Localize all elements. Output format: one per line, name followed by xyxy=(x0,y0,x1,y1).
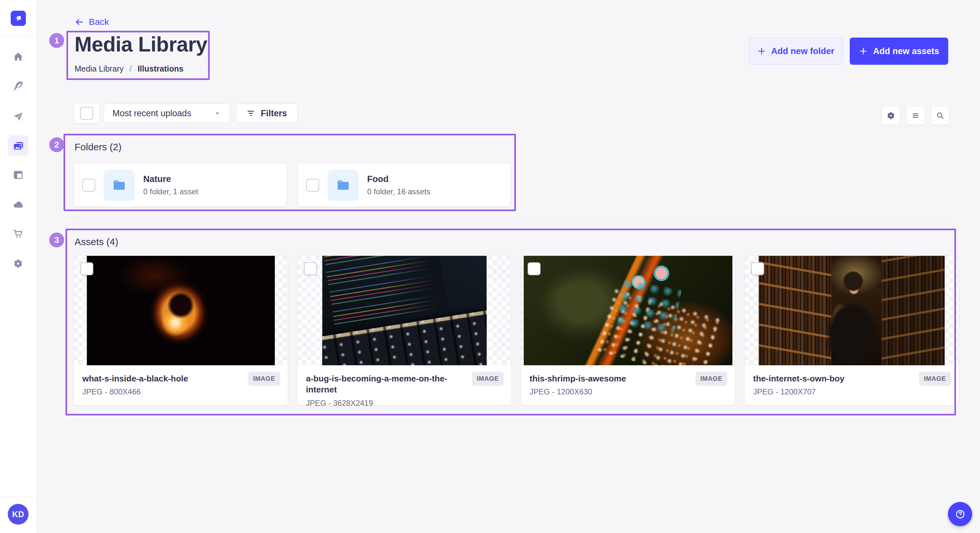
paper-plane-icon xyxy=(12,111,24,122)
annotation-marker-3: 3 xyxy=(49,233,64,247)
search-button[interactable] xyxy=(931,106,950,125)
sidebar-item-home[interactable] xyxy=(8,47,29,67)
cart-icon xyxy=(12,228,24,240)
strapi-logo[interactable] xyxy=(11,11,26,26)
asset-type-badge: IMAGE xyxy=(472,372,504,385)
asset-card[interactable]: what-s-inside-a-black-hole JPEG - 800X46… xyxy=(74,256,288,405)
sidebar-item-media-library[interactable] xyxy=(8,135,29,156)
asset-checkbox[interactable] xyxy=(751,262,764,275)
folder-meta: 0 folder, 16 assets xyxy=(367,187,430,196)
asset-checkbox[interactable] xyxy=(80,262,93,275)
gear-icon xyxy=(886,111,896,121)
asset-card[interactable]: the-internet-s-own-boy JPEG - 1200X707 I… xyxy=(745,256,959,405)
folder-icon-tile xyxy=(328,170,359,201)
asset-thumbnail[interactable] xyxy=(745,256,959,365)
plus-icon xyxy=(859,47,868,56)
gear-icon xyxy=(12,258,24,270)
asset-thumbnail[interactable] xyxy=(74,256,288,365)
add-new-folder-label: Add new folder xyxy=(771,46,835,56)
folder-card-food[interactable]: Food 0 folder, 16 assets xyxy=(298,163,511,206)
search-icon xyxy=(935,111,945,121)
asset-thumbnail[interactable] xyxy=(298,256,511,365)
select-all-container xyxy=(74,104,99,123)
back-label: Back xyxy=(89,17,109,27)
asset-type-badge: IMAGE xyxy=(919,372,951,385)
thumbnail-art xyxy=(87,256,275,365)
avatar-initials: KD xyxy=(12,510,24,519)
asset-card[interactable]: a-bug-is-becoming-a-meme-on-the-internet… xyxy=(298,256,511,405)
add-new-assets-button[interactable]: Add new assets xyxy=(850,38,948,65)
select-all-checkbox[interactable] xyxy=(80,107,93,120)
asset-footer: the-internet-s-own-boy JPEG - 1200X707 I… xyxy=(745,365,959,397)
asset-type-badge: IMAGE xyxy=(695,372,727,385)
page-title: Media Library xyxy=(75,32,207,56)
breadcrumb-separator: / xyxy=(129,64,132,73)
breadcrumb: Media Library / Illustrations xyxy=(75,64,183,73)
arrow-left-icon xyxy=(75,17,84,27)
asset-footer: a-bug-is-becoming-a-meme-on-the-internet… xyxy=(298,365,511,408)
help-button[interactable] xyxy=(948,502,972,526)
chevron-down-icon xyxy=(213,109,221,117)
asset-type-badge: IMAGE xyxy=(248,372,280,385)
asset-meta: JPEG - 800X466 xyxy=(82,387,279,397)
home-icon xyxy=(12,51,24,63)
add-new-assets-label: Add new assets xyxy=(873,46,939,56)
folder-name: Nature xyxy=(143,174,198,184)
section-title-assets: Assets (4) xyxy=(75,236,118,247)
filters-label: Filters xyxy=(261,108,287,119)
sidebar: KD xyxy=(0,0,37,533)
cloud-icon xyxy=(12,199,24,211)
asset-card[interactable]: this-shrimp-is-awesome JPEG - 1200X630 I… xyxy=(521,256,735,405)
folder-text: Nature 0 folder, 1 asset xyxy=(143,174,198,196)
thumbnail-art xyxy=(815,265,889,365)
asset-meta: JPEG - 3628X2419 xyxy=(306,399,503,408)
folder-name: Food xyxy=(367,174,430,184)
sidebar-logo-area xyxy=(0,0,36,36)
plus-icon xyxy=(757,47,766,56)
filters-button[interactable]: Filters xyxy=(236,104,298,123)
list-icon xyxy=(911,111,920,121)
asset-meta: JPEG - 1200X630 xyxy=(530,387,727,397)
folder-icon xyxy=(111,178,127,193)
sidebar-item-releases[interactable] xyxy=(8,106,29,127)
media-library-icon xyxy=(12,140,24,152)
folder-icon xyxy=(336,178,351,193)
sidebar-item-cloud[interactable] xyxy=(8,194,29,215)
thumbnail-art xyxy=(323,256,487,365)
folder-icon-tile xyxy=(104,170,135,201)
folder-checkbox[interactable] xyxy=(82,179,95,192)
sidebar-item-content-type-builder[interactable] xyxy=(8,165,29,185)
sidebar-item-content[interactable] xyxy=(8,76,29,97)
thumbnail-art xyxy=(759,256,945,365)
back-link[interactable]: Back xyxy=(75,16,109,28)
sidebar-item-settings[interactable] xyxy=(8,253,29,274)
breadcrumb-item-illustrations: Illustrations xyxy=(137,64,183,73)
section-title-folders: Folders (2) xyxy=(75,141,121,152)
thumbnail-art xyxy=(524,256,732,365)
annotation-marker-2: 2 xyxy=(49,137,64,152)
settings-button[interactable] xyxy=(881,106,900,125)
folder-text: Food 0 folder, 16 assets xyxy=(367,174,430,196)
feather-icon xyxy=(12,80,24,92)
asset-footer: this-shrimp-is-awesome JPEG - 1200X630 I… xyxy=(521,365,735,397)
strapi-logo-icon xyxy=(14,14,23,23)
asset-checkbox[interactable] xyxy=(304,262,317,275)
sort-dropdown-value: Most recent uploads xyxy=(113,108,191,119)
asset-footer: what-s-inside-a-black-hole JPEG - 800X46… xyxy=(74,365,288,397)
breadcrumb-item-media-library[interactable]: Media Library xyxy=(75,64,124,73)
asset-checkbox[interactable] xyxy=(528,262,541,275)
user-avatar[interactable]: KD xyxy=(8,504,29,525)
sidebar-item-marketplace[interactable] xyxy=(8,224,29,244)
folder-meta: 0 folder, 1 asset xyxy=(143,187,198,196)
sort-dropdown[interactable]: Most recent uploads xyxy=(104,104,230,123)
list-view-button[interactable] xyxy=(906,106,925,125)
folder-checkbox[interactable] xyxy=(306,179,319,192)
layout-icon xyxy=(12,169,24,181)
add-new-folder-button[interactable]: Add new folder xyxy=(749,38,843,65)
folder-card-nature[interactable]: Nature 0 folder, 1 asset xyxy=(74,163,286,206)
annotation-marker-1: 1 xyxy=(49,33,64,48)
asset-meta: JPEG - 1200X707 xyxy=(753,387,950,397)
question-mark-icon xyxy=(955,509,966,520)
filter-icon xyxy=(246,109,255,118)
asset-thumbnail[interactable] xyxy=(521,256,735,365)
